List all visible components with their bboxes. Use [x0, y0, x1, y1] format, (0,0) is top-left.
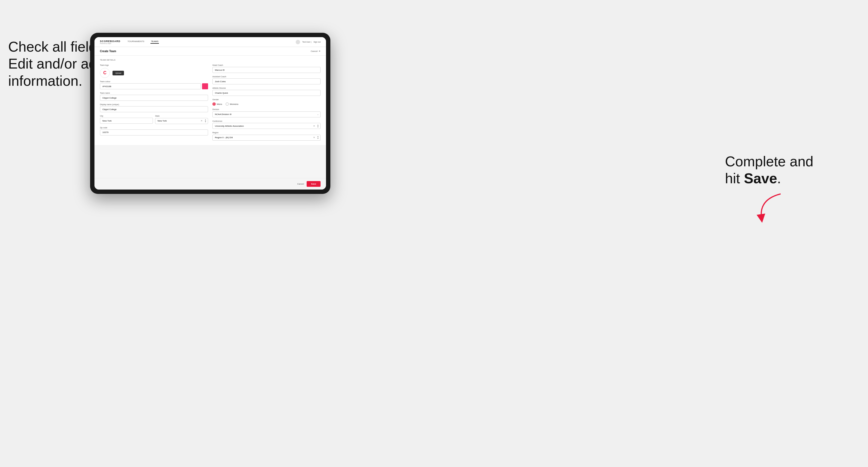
conference-chevron-icon: ▲▼: [317, 124, 319, 128]
region-select-wrapper: ✕ ▲▼: [212, 134, 320, 141]
region-input[interactable]: [212, 135, 320, 141]
region-field: Region ✕ ▲▼: [212, 132, 320, 141]
cancel-header-button[interactable]: Cancel ✕: [311, 50, 320, 53]
brand-title: SCOREBOARD: [100, 40, 120, 42]
conference-label: Conference: [212, 120, 320, 122]
nav-tournaments[interactable]: TOURNAMENTS: [127, 40, 145, 44]
instruction-right: Complete and hit Save.: [725, 153, 813, 187]
right-col: Head Coach Assistant Coach Athletic Dire…: [212, 64, 320, 141]
nav-links: TOURNAMENTS TEAMS: [127, 40, 296, 44]
athletic-director-field: Athletic Director: [212, 87, 320, 96]
team-name-input[interactable]: [100, 95, 208, 101]
brand-subtitle: Powered by clippd: [100, 42, 120, 44]
gender-label: Gender: [212, 99, 320, 100]
gender-mens-option[interactable]: Mens: [212, 102, 222, 106]
gender-womens-option[interactable]: Womens: [225, 102, 238, 106]
head-coach-input[interactable]: [212, 67, 320, 73]
form-grid: Team logo C Upload Team colour: [100, 64, 320, 141]
head-coach-field: Head Coach: [212, 64, 320, 73]
save-button[interactable]: Save: [307, 181, 320, 187]
page-content: TEAM DETAILS Team logo C Upload: [94, 56, 326, 178]
color-input-row: [100, 83, 208, 89]
display-name-label: Display name (unique): [100, 103, 208, 105]
zip-code-input[interactable]: [100, 129, 208, 135]
form-footer: Cancel Save: [94, 178, 326, 190]
division-select-wrapper: ⌄: [212, 111, 320, 118]
section-label: TEAM DETAILS: [100, 59, 320, 61]
color-swatch[interactable]: [202, 83, 208, 89]
gender-field: Gender Mens Womens: [212, 99, 320, 106]
region-clear-icon[interactable]: ✕: [313, 136, 315, 139]
conference-clear-icon[interactable]: ✕: [313, 125, 315, 127]
city-field: City: [100, 115, 153, 124]
city-label: City: [100, 115, 153, 117]
avatar: [296, 40, 300, 44]
gender-row: Mens Womens: [212, 102, 320, 106]
athletic-director-input[interactable]: [212, 90, 320, 96]
head-coach-label: Head Coach: [212, 64, 320, 66]
womens-radio[interactable]: [225, 102, 229, 106]
conference-select-wrapper: ✕ ▲▼: [212, 123, 320, 129]
state-input[interactable]: [155, 118, 208, 124]
page-title: Create Team: [100, 50, 116, 53]
sign-out-link[interactable]: Sign out: [313, 41, 320, 43]
division-field: Division ⌄: [212, 108, 320, 118]
conference-field: Conference ✕ ▲▼: [212, 120, 320, 129]
team-logo-label: Team logo: [100, 64, 208, 66]
assistant-coach-input[interactable]: [212, 79, 320, 84]
city-state-field: City State ✕ ▲▼: [100, 115, 208, 124]
team-logo-field: Team logo C Upload: [100, 64, 208, 78]
team-logo-circle: C: [100, 68, 110, 78]
zip-code-field: Zip code: [100, 127, 208, 135]
form-section: TEAM DETAILS Team logo C Upload: [94, 56, 326, 145]
state-field: State ✕ ▲▼: [155, 115, 208, 124]
assistant-coach-field: Assistant Coach: [212, 76, 320, 84]
division-label: Division: [212, 108, 320, 110]
team-colour-input[interactable]: [100, 83, 201, 89]
upload-button[interactable]: Upload: [113, 71, 124, 75]
arrow-right: [751, 191, 783, 224]
close-icon: ✕: [319, 50, 320, 53]
state-clear-icon[interactable]: ✕: [201, 120, 203, 122]
left-col: Team logo C Upload Team colour: [100, 64, 208, 141]
city-state-row: City State ✕ ▲▼: [100, 115, 208, 124]
user-text: Test User |: [302, 41, 311, 43]
display-name-input[interactable]: [100, 106, 208, 112]
zip-code-label: Zip code: [100, 127, 208, 129]
team-name-field: Team name: [100, 92, 208, 101]
mens-radio[interactable]: [212, 102, 216, 106]
state-select-wrapper: ✕ ▲▼: [155, 118, 208, 124]
display-name-field: Display name (unique): [100, 103, 208, 112]
region-label: Region: [212, 132, 320, 133]
tablet-screen: SCOREBOARD Powered by clippd TOURNAMENTS…: [94, 37, 326, 190]
tablet-frame: SCOREBOARD Powered by clippd TOURNAMENTS…: [90, 33, 330, 194]
cancel-button[interactable]: Cancel: [297, 183, 304, 185]
state-chevron-icon: ▲▼: [205, 119, 207, 123]
team-name-label: Team name: [100, 92, 208, 94]
nav-teams[interactable]: TEAMS: [150, 40, 159, 44]
state-label: State: [155, 115, 208, 117]
navbar: SCOREBOARD Powered by clippd TOURNAMENTS…: [94, 37, 326, 47]
page-header: Create Team Cancel ✕: [94, 47, 326, 56]
region-chevron-icon: ▲▼: [317, 135, 319, 139]
nav-right: Test User | Sign out: [296, 40, 320, 44]
team-colour-label: Team colour: [100, 81, 208, 83]
assistant-coach-label: Assistant Coach: [212, 76, 320, 77]
conference-input[interactable]: [212, 123, 320, 129]
logo-area: C Upload: [100, 68, 208, 78]
athletic-director-label: Athletic Director: [212, 87, 320, 89]
city-input[interactable]: [100, 118, 153, 124]
brand: SCOREBOARD Powered by clippd: [100, 40, 120, 44]
team-colour-field: Team colour: [100, 81, 208, 89]
division-input[interactable]: [212, 112, 320, 118]
